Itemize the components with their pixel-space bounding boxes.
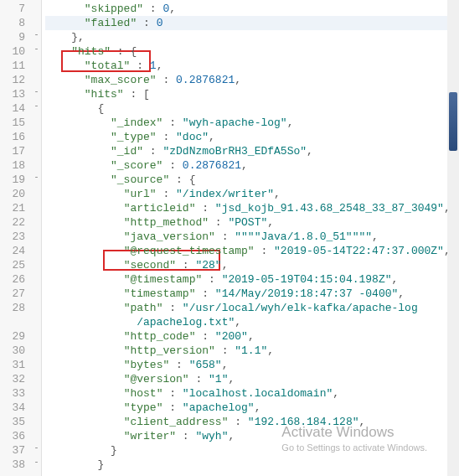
code-line[interactable]: "total" : 1,	[45, 59, 459, 73]
fold-marker	[32, 57, 41, 71]
fold-marker[interactable]: -	[32, 85, 41, 100]
line-number: 35	[3, 415, 25, 429]
code-line[interactable]: "writer" : "wyh",	[45, 429, 459, 443]
code-line[interactable]: "_score" : 0.2876821,	[45, 158, 459, 173]
token-brace: : [	[124, 88, 150, 101]
code-line[interactable]: "_source" : {	[45, 173, 459, 187]
code-line[interactable]: "http_method" : "POST",	[45, 215, 459, 230]
token-str: "1.1"	[235, 344, 267, 357]
code-line[interactable]: "hits" : [	[45, 87, 459, 101]
code-line[interactable]: "_id" : "zDdNzmoBrRH3_EDfA5So",	[45, 144, 459, 158]
scroll-thumb[interactable]	[449, 92, 457, 151]
token-pun: :	[189, 373, 209, 385]
fold-marker[interactable]: -	[32, 456, 41, 470]
line-number: 25	[3, 258, 25, 272]
code-line[interactable]: "java_version" : """"Java/1.8.0_51"""",	[45, 230, 459, 244]
token-key: "java_version"	[124, 230, 215, 243]
token-key: "@request_timestamp"	[124, 245, 255, 257]
token-str: "jsd_kojb_91.43.68_2548_33_87_3049"	[215, 202, 444, 215]
fold-marker[interactable]: -	[32, 442, 41, 456]
fold-marker	[32, 399, 41, 413]
token-key: "path"	[124, 302, 163, 314]
code-editor: 7891011121314151617181920212223242526272…	[0, 0, 459, 476]
token-pun: ,	[307, 145, 313, 158]
code-line[interactable]: "articleid" : "jsd_kojb_91.43.68_2548_33…	[45, 201, 459, 215]
token-str: "/usr/local/wyh/elk-kafka/apache-log	[183, 302, 418, 314]
token-pun: ,	[228, 430, 235, 442]
line-number: 28	[3, 301, 25, 315]
code-line[interactable]: "_type" : "doc",	[45, 130, 459, 144]
fold-marker	[32, 413, 41, 427]
code-line[interactable]: "type" : "apachelog",	[45, 401, 459, 415]
token-pun: ,	[241, 159, 248, 172]
token-pun: ,	[274, 188, 281, 200]
token-pun: :	[169, 359, 188, 371]
code-line[interactable]: }	[45, 458, 459, 472]
line-number: 33	[3, 386, 25, 401]
fold-column: -------	[32, 0, 42, 476]
line-number: 27	[3, 287, 25, 301]
code-line[interactable]: "http_version" : "1.1",	[45, 344, 459, 358]
line-number-gutter: 7891011121314151617181920212223242526272…	[0, 0, 32, 476]
vertical-scrollbar[interactable]	[447, 0, 459, 476]
code-line[interactable]: },	[45, 30, 459, 44]
code-line[interactable]: "path" : "/usr/local/wyh/elk-kafka/apach…	[45, 301, 459, 315]
code-line[interactable]: "max_score" : 0.2876821,	[45, 73, 459, 87]
code-line[interactable]: "host" : "localhost.localdomain",	[45, 386, 459, 401]
line-number: 21	[3, 201, 25, 215]
fold-marker[interactable]: -	[32, 28, 41, 43]
fold-marker	[32, 228, 41, 242]
fold-marker	[32, 299, 41, 313]
token-str: "wyh-apache-log"	[183, 116, 287, 129]
code-line[interactable]: "@version" : "1",	[45, 372, 459, 386]
fold-marker[interactable]: -	[32, 100, 41, 114]
token-pun: :	[162, 116, 182, 129]
fold-marker[interactable]: -	[32, 43, 41, 57]
code-line[interactable]: "_index" : "wyh-apache-log",	[45, 116, 459, 130]
code-line[interactable]: "client_address" : "192.168.184.128",	[45, 415, 459, 429]
token-pun: ,	[392, 273, 399, 286]
code-line[interactable]: "url" : "/index/writer",	[45, 187, 459, 201]
code-line[interactable]: {	[45, 101, 459, 116]
code-line[interactable]: "skipped" : 0,	[45, 2, 459, 16]
fold-marker	[32, 71, 41, 85]
code-line[interactable]: "http_code" : "200",	[45, 329, 459, 344]
token-key: "articleid"	[124, 202, 196, 215]
line-number: 11	[3, 59, 25, 73]
line-number: 8	[3, 16, 25, 30]
line-number: 17	[3, 144, 25, 158]
token-pun: :	[157, 74, 176, 86]
token-str: "POST"	[228, 216, 267, 229]
code-line[interactable]: }	[45, 443, 459, 458]
code-line[interactable]: "@timestamp" : "2019-05-19T04:15:04.198Z…	[45, 272, 459, 287]
code-line[interactable]: "timestamp" : "14/May/2019:18:47:37 -040…	[45, 287, 459, 301]
token-str: "192.168.184.128"	[248, 416, 359, 428]
token-str: "28"	[195, 259, 221, 272]
code-line[interactable]: "failed" : 0	[45, 16, 459, 30]
token-str: "14/May/2019:18:47:37 -0400"	[215, 287, 398, 300]
code-line[interactable]: "bytes" : "658",	[45, 358, 459, 372]
line-number: 37	[3, 443, 25, 458]
fold-marker	[32, 256, 41, 271]
line-number: 29	[3, 329, 25, 344]
token-pun: ,	[222, 259, 229, 272]
fold-marker[interactable]: -	[32, 171, 41, 185]
line-number: 34	[3, 401, 25, 415]
token-key: "_index"	[111, 116, 162, 129]
fold-marker	[32, 214, 41, 228]
code-area[interactable]: "skipped" : 0, "failed" : 0 }, "hits" : …	[42, 0, 459, 476]
code-line[interactable]: "second" : "28",	[45, 258, 459, 272]
token-pun: :	[255, 245, 274, 257]
token-brace: : {	[111, 45, 137, 58]
code-line[interactable]: "@request_timestamp" : "2019-05-14T22:47…	[45, 244, 459, 258]
code-line[interactable]: "hits" : {	[45, 44, 459, 59]
line-number: 38	[3, 458, 25, 472]
code-line[interactable]: /apachelog.txt",	[45, 315, 459, 329]
fold-marker	[32, 271, 41, 285]
line-number: 36	[3, 429, 25, 443]
token-pun: ,	[358, 416, 365, 428]
fold-marker	[32, 285, 41, 299]
token-pun: :	[195, 330, 214, 343]
token-num: 1	[150, 60, 157, 72]
token-brace: : {	[169, 173, 195, 186]
